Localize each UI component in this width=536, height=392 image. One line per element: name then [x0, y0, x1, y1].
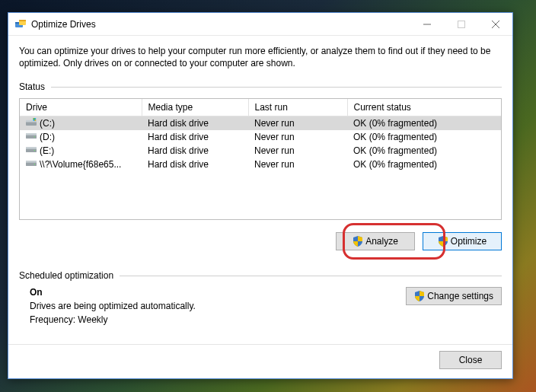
svg-rect-11	[34, 119, 35, 120]
analyze-label: Analyze	[365, 236, 398, 247]
last-cell: Never run	[248, 116, 347, 131]
drive-name: (D:)	[40, 132, 55, 142]
sched-freq: Frequency: Weekly	[30, 314, 398, 325]
sched-text: On Drives are being optimized automatica…	[19, 287, 398, 328]
shield-icon	[438, 236, 448, 247]
titlebar: Optimize Drives	[8, 13, 512, 36]
last-cell: Never run	[248, 144, 347, 158]
table-row[interactable]: (C:)Hard disk driveNever runOK (0% fragm…	[20, 116, 501, 131]
svg-rect-5	[458, 21, 464, 27]
minimize-button[interactable]	[410, 13, 444, 36]
optimize-drives-window: Optimize Drives You can optimize your dr…	[8, 12, 513, 379]
shield-icon	[414, 291, 425, 301]
change-label: Change settings	[427, 291, 493, 301]
drive-name: (E:)	[40, 145, 54, 156]
window-content: You can optimize your drives to help you…	[8, 36, 512, 378]
change-settings-button[interactable]: Change settings	[406, 287, 502, 305]
svg-rect-3	[19, 20, 26, 21]
media-cell: Hard disk drive	[142, 130, 248, 144]
svg-rect-20	[26, 161, 37, 163]
divider	[51, 87, 502, 88]
col-last[interactable]: Last run	[248, 99, 347, 116]
intro-text: You can optimize your drives to help you…	[19, 45, 502, 69]
maximize-button[interactable]	[444, 13, 478, 36]
close-button[interactable]	[478, 13, 512, 36]
svg-rect-17	[26, 147, 37, 149]
app-icon	[14, 18, 27, 30]
status-label-text: Status	[19, 81, 45, 92]
media-cell: Hard disk drive	[142, 116, 248, 131]
drives-table-wrap: Drive Media type Last run Current status…	[19, 98, 502, 220]
table-row[interactable]: (E:)Hard disk driveNever runOK (0% fragm…	[20, 144, 501, 158]
optimize-button[interactable]: Optimize	[423, 232, 502, 250]
bottom-bar: Close	[8, 344, 512, 369]
sched-label-text: Scheduled optimization	[19, 270, 113, 281]
last-cell: Never run	[248, 158, 347, 171]
svg-point-18	[34, 150, 35, 151]
status-cell: OK (0% fragmented)	[347, 158, 501, 171]
table-row[interactable]: \\?\Volume{f68e65...Hard disk driveNever…	[20, 158, 501, 171]
sched-on: On	[30, 287, 398, 298]
optimize-label: Optimize	[451, 236, 487, 247]
media-cell: Hard disk drive	[142, 144, 248, 158]
sched-section-label: Scheduled optimization	[19, 270, 502, 281]
col-media[interactable]: Media type	[142, 99, 248, 116]
status-cell: OK (0% fragmented)	[347, 144, 501, 158]
divider	[120, 276, 502, 276]
status-section-label: Status	[19, 81, 502, 92]
svg-rect-12	[34, 120, 36, 121]
media-cell: Hard disk drive	[142, 158, 248, 171]
window-title: Optimize Drives	[31, 19, 410, 30]
close-dialog-button[interactable]: Close	[439, 351, 502, 369]
analyze-button[interactable]: Analyze	[336, 232, 415, 250]
drive-icon	[26, 118, 37, 129]
shield-icon	[353, 236, 363, 247]
svg-point-15	[34, 136, 35, 137]
col-status[interactable]: Current status	[347, 99, 501, 116]
action-buttons-row: Analyze Optimize	[19, 232, 502, 250]
status-cell: OK (0% fragmented)	[347, 130, 501, 144]
drives-table[interactable]: Drive Media type Last run Current status…	[20, 99, 501, 171]
close-label: Close	[459, 355, 483, 365]
drive-name: \\?\Volume{f68e65...	[40, 159, 121, 170]
status-cell: OK (0% fragmented)	[347, 116, 501, 131]
drive-icon	[26, 159, 37, 170]
drive-icon	[26, 132, 37, 142]
sched-line1: Drives are being optimized automatically…	[30, 301, 398, 311]
drive-name: (C:)	[40, 118, 55, 129]
table-row[interactable]: (D:)Hard disk driveNever runOK (0% fragm…	[20, 130, 501, 144]
last-cell: Never run	[248, 130, 347, 144]
col-drive[interactable]: Drive	[20, 99, 142, 116]
scheduled-section: Scheduled optimization On Drives are bei…	[19, 270, 502, 328]
table-header-row: Drive Media type Last run Current status	[20, 99, 501, 116]
drive-icon	[26, 145, 37, 156]
svg-point-21	[34, 164, 35, 164]
svg-rect-14	[26, 133, 37, 135]
